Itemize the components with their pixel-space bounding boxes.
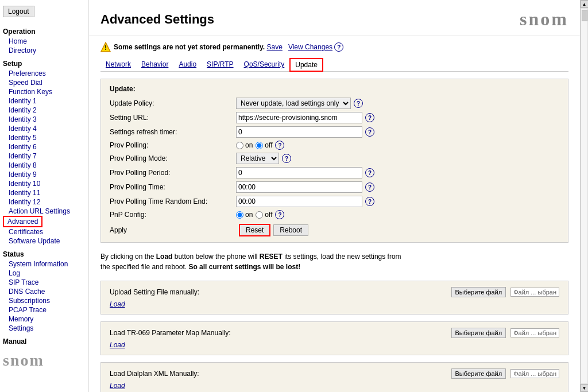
radio-3-on[interactable] [236, 142, 243, 149]
tab-behavior[interactable]: Behavior [136, 58, 173, 71]
sidebar-item-home[interactable]: Home [3, 37, 86, 46]
load-link-upload-dialplan[interactable]: Load [110, 382, 125, 390]
sidebar: Logout OperationHomeDirectorySetupPrefer… [0, 0, 89, 392]
logout-button[interactable]: Logout [3, 6, 34, 17]
sidebar-item-identity-8[interactable]: Identity 8 [3, 161, 86, 170]
sidebar-item-certificates[interactable]: Certificates [3, 227, 86, 236]
sidebar-item-identity-3[interactable]: Identity 3 [3, 115, 86, 124]
file-choose-button-upload-settings[interactable]: Выберите файл [451, 287, 506, 297]
sidebar-item-identity-9[interactable]: Identity 9 [3, 170, 86, 179]
setting-help-8[interactable]: ? [275, 210, 284, 219]
setting-value-2: ? [236, 126, 374, 138]
sidebar-item-function-keys[interactable]: Function Keys [3, 87, 86, 96]
tab-update[interactable]: Update [289, 58, 323, 72]
file-choose-button-upload-tr069[interactable]: Выберите файл [451, 328, 506, 338]
load-link-upload-settings[interactable]: Load [110, 300, 125, 308]
setting-label-7: Prov Polling Time Random End: [110, 197, 236, 205]
file-status-upload-dialplan: Файл ... ыбран [510, 369, 559, 378]
file-choose-button-upload-dialplan[interactable]: Выберите файл [451, 368, 506, 379]
radio-group-8-off: off [256, 211, 272, 219]
sidebar-item-advanced[interactable]: Advanced [3, 216, 42, 227]
update-settings-box: Update: Update Policy:Never update, load… [100, 79, 568, 243]
radio-group-3-on: on [236, 141, 253, 149]
setting-row-7: Prov Polling Time Random End:? [110, 196, 559, 207]
setting-label-8: PnP Config: [110, 211, 236, 219]
setting-help-1[interactable]: ? [365, 113, 374, 122]
page-header: Advanced Settings snom [89, 0, 580, 36]
setting-help-7[interactable]: ? [365, 197, 374, 206]
setting-value-7: ? [236, 196, 374, 207]
sidebar-item-identity-5[interactable]: Identity 5 [3, 133, 86, 142]
scroll-thumb[interactable] [582, 10, 587, 21]
setting-label-2: Settings refresh timer: [110, 128, 236, 136]
sidebar-item-speed-dial[interactable]: Speed Dial [3, 78, 86, 87]
sidebar-item-identity-12[interactable]: Identity 12 [3, 197, 86, 207]
radio-8-off[interactable] [256, 211, 263, 219]
load-info-text: By clicking on the Load button below the… [100, 251, 568, 272]
tab-sip-rtp[interactable]: SIP/RTP [202, 58, 238, 71]
sidebar-item-subscriptions[interactable]: Subscriptions [3, 296, 86, 305]
save-link[interactable]: Save [267, 43, 283, 51]
sidebar-item-identity-11[interactable]: Identity 11 [3, 188, 86, 197]
setting-row-5: Prov Polling Period:? [110, 167, 559, 178]
sidebar-item-identity-7[interactable]: Identity 7 [3, 152, 86, 161]
radio-8-on[interactable] [236, 211, 243, 219]
setting-select-0[interactable]: Never update, load settings onlyUpdate a… [236, 98, 351, 109]
tab-network[interactable]: Network [100, 58, 136, 71]
reset-button[interactable]: Reset [239, 224, 270, 236]
sidebar-item-identity-6[interactable]: Identity 6 [3, 142, 86, 152]
setting-row-3: Prov Polling:onoff? [110, 141, 559, 150]
sidebar-item-sip-trace[interactable]: SIP Trace [3, 278, 86, 287]
setting-input-1[interactable] [236, 112, 362, 123]
upload-box-upload-tr069: Load TR-069 Parameter Map Manually:Выбер… [100, 321, 568, 355]
tab-audio[interactable]: Audio [173, 58, 202, 71]
sidebar-item-memory[interactable]: Memory [3, 315, 86, 324]
sidebar-item-dns-cache[interactable]: DNS Cache [3, 287, 86, 296]
setting-row-1: Setting URL:? [110, 112, 559, 123]
sidebar-item-log[interactable]: Log [3, 269, 86, 278]
upload-box-upload-settings: Upload Setting File manually:Выберите фа… [100, 281, 568, 315]
setting-select-4[interactable]: RelativeAbsolute [236, 153, 279, 164]
setting-help-6[interactable]: ? [365, 183, 374, 192]
setting-input-7[interactable] [236, 196, 362, 207]
sidebar-item-directory[interactable]: Directory [3, 46, 86, 55]
warning-text: Some settings are not yet stored permane… [114, 42, 343, 52]
sidebar-item-software-update[interactable]: Software Update [3, 236, 86, 246]
setting-input-5[interactable] [236, 167, 362, 178]
setting-label-1: Setting URL: [110, 114, 236, 122]
sidebar-item-identity-10[interactable]: Identity 10 [3, 179, 86, 188]
sidebar-item-identity-4[interactable]: Identity 4 [3, 124, 86, 133]
sidebar-item-identity-1[interactable]: Identity 1 [3, 96, 86, 106]
scroll-down-arrow[interactable]: ▼ [581, 384, 589, 392]
sidebar-section-setup: Setup [3, 60, 86, 68]
header-logo: snom [520, 9, 568, 30]
load-link-upload-tr069[interactable]: Load [110, 341, 125, 349]
sidebar-item-preferences[interactable]: Preferences [3, 69, 86, 78]
apply-label: Apply [110, 226, 236, 234]
setting-row-6: Prov Polling Time:? [110, 181, 559, 193]
setting-input-6[interactable] [236, 181, 362, 193]
upload-row-upload-settings: Upload Setting File manually:Выберите фа… [110, 287, 559, 297]
sidebar-item-identity-2[interactable]: Identity 2 [3, 106, 86, 115]
tab-qos-security[interactable]: QoS/Security [239, 58, 290, 71]
setting-input-2[interactable] [236, 126, 362, 138]
setting-help-3[interactable]: ? [275, 141, 284, 150]
radio-group-3-off: off [256, 141, 272, 149]
sidebar-section-status: Status [3, 250, 86, 258]
sidebar-item-action-url[interactable]: Action URL Settings [3, 207, 86, 216]
scroll-up-arrow[interactable]: ▲ [581, 0, 589, 8]
sidebar-item-pcap-trace[interactable]: PCAP Trace [3, 305, 86, 315]
setting-help-5[interactable]: ? [365, 168, 374, 177]
warning-help-icon[interactable]: ? [334, 42, 343, 52]
sidebar-item-settings[interactable]: Settings [3, 324, 86, 333]
warning-banner: ! Some settings are not yet stored perma… [100, 42, 568, 52]
setting-label-4: Prov Polling Mode: [110, 154, 236, 162]
setting-help-0[interactable]: ? [354, 99, 363, 108]
setting-help-4[interactable]: ? [282, 154, 291, 163]
main-content: Advanced Settings snom ! Some settings a… [89, 0, 580, 392]
sidebar-item-system-info[interactable]: System Information [3, 259, 86, 269]
reboot-button[interactable]: Reboot [273, 224, 308, 236]
setting-help-2[interactable]: ? [365, 127, 374, 137]
view-changes-link[interactable]: View Changes [288, 43, 332, 51]
radio-3-off[interactable] [256, 142, 263, 149]
